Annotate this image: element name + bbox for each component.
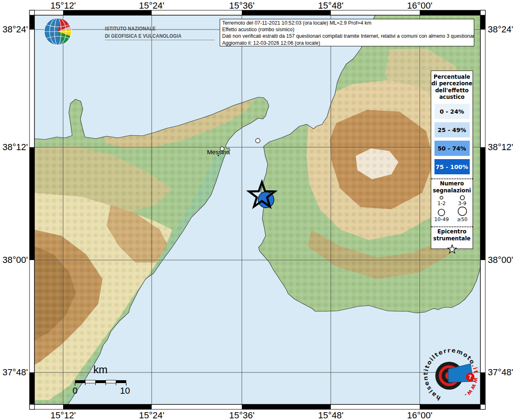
- axis-label-left: 37°48': [1, 367, 28, 378]
- map-inner: [34, 15, 480, 404]
- signal-size-item: 10-49: [431, 206, 452, 222]
- legend-title: Percentuale di percezione dell'effetto a…: [431, 74, 473, 100]
- map-page: 15°12' 15°24' 15°36' 15°48' 16°00' 15°12…: [0, 0, 514, 420]
- signal-size-label: 1-2: [437, 201, 446, 206]
- axis-label-top: 15°12': [43, 0, 84, 11]
- axis-label-bottom: 15°12': [43, 410, 84, 420]
- logo-question-mark: ?: [469, 374, 472, 380]
- town-circle: [256, 139, 260, 143]
- signals-title: Numero segnalazioni: [431, 180, 473, 194]
- scalebar-end: 10: [117, 386, 133, 396]
- signal-size-label: ≥50: [457, 217, 468, 222]
- legend-divider: [431, 226, 473, 227]
- legend-divider: [431, 178, 473, 179]
- scalebar-start: 0: [67, 386, 83, 396]
- epicenter-symbol: [431, 244, 473, 256]
- axis-label-top: 15°36': [221, 0, 262, 11]
- large-circle-icon: [436, 208, 447, 216]
- axis-label-right: 38°00': [488, 255, 514, 265]
- axis-label-top: 15°48': [310, 0, 351, 11]
- xlarge-circle-icon: [457, 206, 468, 216]
- legend-title-line: acustico: [431, 94, 473, 100]
- epicenter-title-line: Epicentro: [431, 228, 473, 235]
- scalebar-unit: km: [84, 363, 117, 376]
- legend-title-line: dell'effetto: [431, 87, 473, 94]
- signal-size-legend: 1-2 3-9 10-49 ≥50: [431, 195, 473, 222]
- ingv-wordmark: ISTITUTO NAZIONALE DI GEOFISICA E VULCAN…: [105, 25, 182, 39]
- city-label-messina: Messina: [196, 148, 241, 155]
- axis-label-right: 38°24': [488, 24, 514, 35]
- ingv-logo: ISTITUTO NAZIONALE DI GEOFISICA E VULCAN…: [39, 16, 220, 46]
- event-effect: Effetto acustico (rombo sismico): [222, 26, 472, 33]
- medium-circle-icon: [457, 195, 467, 200]
- epicenter-title-line: strumentale: [431, 235, 473, 242]
- star-icon: [446, 244, 458, 255]
- axis-label-left: 38°24': [1, 24, 28, 35]
- signals-title-line: segnalazioni: [431, 187, 473, 194]
- haisentitoilterremoto-logo: ? haisentitoilterremoto.it www.: [421, 345, 482, 407]
- signal-size-item: ≥50: [452, 206, 473, 222]
- legend: Percentuale di percezione dell'effetto a…: [431, 71, 473, 249]
- axis-label-left: 38°12': [1, 142, 28, 153]
- epicenter-title: Epicentro strumentale: [431, 228, 473, 242]
- legend-title-line: di percezione: [431, 80, 473, 87]
- small-circle-icon: [437, 195, 446, 200]
- ingv-line1: ISTITUTO NAZIONALE: [105, 25, 182, 32]
- axis-label-left: 38°00': [1, 255, 28, 265]
- legend-class-swatch: 50 - 74%: [434, 141, 470, 156]
- axis-label-right: 38°12': [488, 142, 514, 153]
- signal-size-item: 1-2: [431, 195, 452, 206]
- legend-class-swatch: 75 - 100%: [434, 159, 470, 174]
- legend-class-swatch: 0 - 24%: [434, 104, 470, 119]
- axis-label-bottom: 15°36': [221, 410, 262, 420]
- axis-label-bottom: 15°24': [131, 410, 172, 420]
- signal-size-label: 10-49: [434, 217, 449, 222]
- legend-class-swatch: 25 - 49%: [434, 122, 470, 137]
- axis-label-right: 37°48': [488, 367, 514, 378]
- axis-label-bottom: 15°48': [310, 410, 351, 420]
- legend-title-line: Percentuale: [431, 74, 473, 80]
- event-info-box: Terremoto del 07-11-2021 10:52:03 (ora l…: [220, 19, 474, 46]
- signal-size-label: 3-9: [458, 201, 466, 206]
- axis-label-bottom: 16°00': [399, 410, 440, 420]
- axis-label-top: 15°24': [131, 0, 172, 11]
- event-title: Terremoto del 07-11-2021 10:52:03 (ora l…: [222, 20, 472, 26]
- axis-label-top: 16°00': [399, 0, 440, 11]
- event-updated: Aggiornato il: 12-03-2026 12:06 (ora loc…: [222, 40, 472, 46]
- ingv-rule: [105, 40, 215, 40]
- ingv-line2: DI GEOFISICA E VULCANOLOGIA: [105, 32, 182, 40]
- event-data-note: Dati non verificati estratti da 157 ques…: [222, 33, 472, 39]
- ingv-globe-icon: [41, 16, 74, 46]
- signal-size-item: 3-9: [452, 195, 473, 206]
- signals-title-line: Numero: [431, 180, 473, 187]
